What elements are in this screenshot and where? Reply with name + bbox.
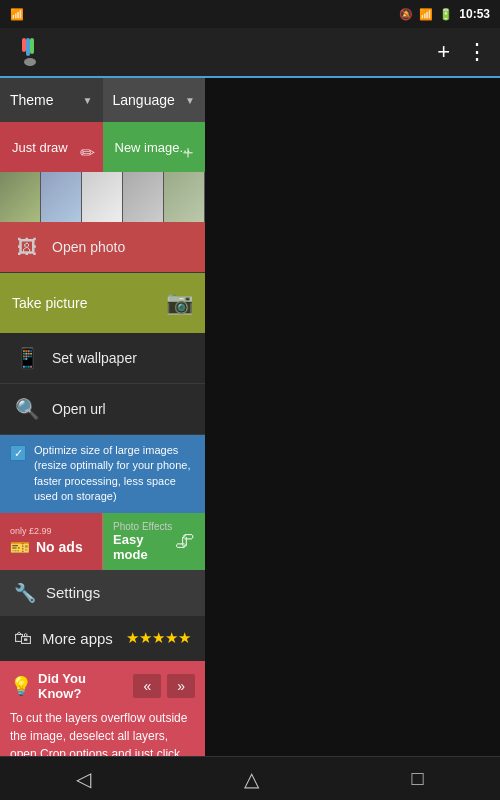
tab-row: Theme ▼ Language ▼ xyxy=(0,78,205,122)
title-bar-actions: + ⋮ xyxy=(437,39,488,65)
no-ads-badge: only £2.99 xyxy=(10,526,92,536)
app-icon xyxy=(12,34,48,70)
recent-button[interactable]: □ xyxy=(392,759,444,798)
take-picture-item[interactable]: Take picture 📷 xyxy=(0,273,205,333)
dyk-prev-button[interactable]: « xyxy=(133,674,161,698)
settings-icon: 🔧 xyxy=(14,582,36,604)
mute-icon: 🔕 xyxy=(399,8,413,21)
wifi-icon: 📶 xyxy=(419,8,433,21)
thumb-4 xyxy=(123,172,164,222)
no-ads-icon: 🎫 xyxy=(10,538,30,557)
right-panel xyxy=(205,78,500,756)
new-image-item[interactable]: New image... ＋ xyxy=(103,122,206,172)
just-draw-icon: ✏ xyxy=(80,142,95,164)
tab-theme-arrow: ▼ xyxy=(83,95,93,106)
svg-rect-1 xyxy=(22,38,26,52)
optimize-text: Optimize size of large images (resize op… xyxy=(34,443,195,505)
optimize-row[interactable]: ✓ Optimize size of large images (resize … xyxy=(0,435,205,513)
tab-language-label: Language xyxy=(113,92,175,108)
dyk-next-button[interactable]: » xyxy=(167,674,195,698)
time-display: 10:53 xyxy=(459,7,490,21)
home-button[interactable]: △ xyxy=(224,759,279,799)
open-url-item[interactable]: 🔍 Open url xyxy=(0,384,205,435)
more-apps-row[interactable]: 🛍 More apps ★★★★★ xyxy=(0,616,205,661)
easy-mode-label: Easy mode xyxy=(113,532,175,562)
bottom-nav: ◁ △ □ xyxy=(0,756,500,800)
photo-effects-label: Photo Effects xyxy=(113,521,175,532)
just-draw-item[interactable]: Just draw ✏ xyxy=(0,122,103,172)
easy-mode-icon: 🖇 xyxy=(175,530,195,553)
menu-section: Just draw ✏ New image... ＋ 🖼 Open pho xyxy=(0,122,205,756)
set-wallpaper-item[interactable]: 📱 Set wallpaper xyxy=(0,333,205,384)
status-bar: 📶 🔕 📶 🔋 10:53 xyxy=(0,0,500,28)
more-apps-label: More apps xyxy=(42,630,113,647)
dyk-bulb-icon: 💡 xyxy=(10,675,32,697)
open-url-label: Open url xyxy=(52,401,106,417)
tab-theme-label: Theme xyxy=(10,92,54,108)
main-content: Theme ▼ Language ▼ Just draw ✏ New image… xyxy=(0,78,500,756)
open-url-icon: 🔍 xyxy=(12,394,42,424)
just-draw-label: Just draw xyxy=(12,140,68,155)
more-button[interactable]: ⋮ xyxy=(466,39,488,65)
no-ads-row[interactable]: only £2.99 🎫 No ads Photo Effects Easy m… xyxy=(0,513,205,570)
set-wallpaper-label: Set wallpaper xyxy=(52,350,137,366)
settings-label: Settings xyxy=(46,584,100,601)
thumb-2 xyxy=(41,172,82,222)
dyk-title: Did You Know? xyxy=(38,671,127,701)
stars-display: ★★★★★ xyxy=(126,629,191,647)
thumb-3 xyxy=(82,172,123,222)
open-photo-icon: 🖼 xyxy=(12,232,42,262)
open-photo-label: Open photo xyxy=(52,239,125,255)
status-left: 📶 xyxy=(10,8,24,21)
sim-icon: 📶 xyxy=(10,8,24,21)
optimize-checkbox[interactable]: ✓ xyxy=(10,445,26,461)
thumb-1 xyxy=(0,172,41,222)
title-bar: + ⋮ xyxy=(0,28,500,78)
photo-thumbnails[interactable] xyxy=(0,172,205,222)
battery-icon: 🔋 xyxy=(439,8,453,21)
svg-point-3 xyxy=(24,58,36,66)
new-image-icon: ＋ xyxy=(179,140,197,164)
dyk-nav: « » xyxy=(133,674,195,698)
set-wallpaper-icon: 📱 xyxy=(12,343,42,373)
svg-rect-0 xyxy=(26,38,30,56)
settings-row[interactable]: 🔧 Settings xyxy=(0,570,205,616)
open-photo-item[interactable]: 🖼 Open photo xyxy=(0,222,205,273)
svg-rect-2 xyxy=(30,38,34,54)
did-you-know-box: 💡 Did You Know? « » To cut the layers ov… xyxy=(0,661,205,756)
status-right: 🔕 📶 🔋 10:53 xyxy=(399,7,490,21)
tab-language-arrow: ▼ xyxy=(185,95,195,106)
add-button[interactable]: + xyxy=(437,39,450,65)
dyk-header: 💡 Did You Know? « » xyxy=(10,671,195,701)
photo-effects-col: Photo Effects Easy mode xyxy=(113,521,175,562)
back-button[interactable]: ◁ xyxy=(56,759,111,799)
dyk-text: To cut the layers overflow outside the i… xyxy=(10,709,195,756)
left-panel: Theme ▼ Language ▼ Just draw ✏ New image… xyxy=(0,78,205,756)
take-picture-label: Take picture xyxy=(12,295,87,311)
lang-grid: Just draw ✏ New image... ＋ xyxy=(0,122,205,172)
no-ads-label: No ads xyxy=(36,539,83,555)
take-picture-icon: 📷 xyxy=(166,290,193,316)
more-apps-icon: 🛍 xyxy=(14,628,32,649)
tab-theme[interactable]: Theme ▼ xyxy=(0,78,103,122)
tab-language[interactable]: Language ▼ xyxy=(103,78,206,122)
thumb-5 xyxy=(164,172,205,222)
